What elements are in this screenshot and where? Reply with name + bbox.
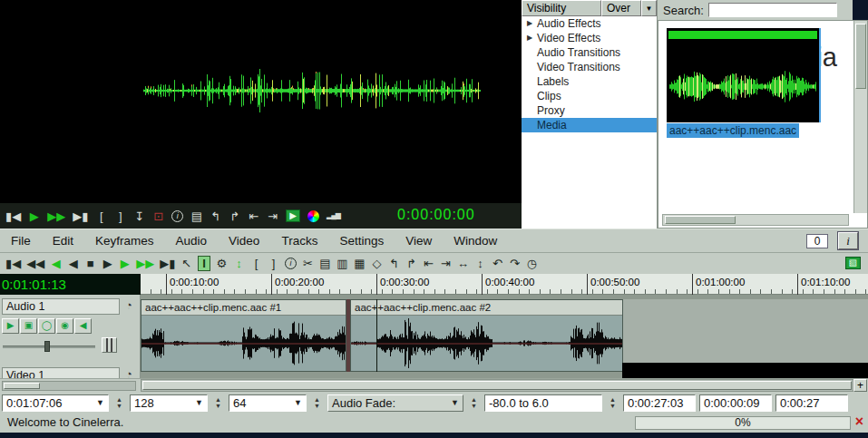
audio-clip-2[interactable]: aac++aac++clip.menc.aac #2 [350, 299, 623, 372]
range-stepper[interactable]: ▲▼ [606, 394, 619, 412]
length-stepper[interactable]: ▲▼ [112, 394, 126, 412]
zoom-y-icon[interactable]: ↕ [474, 258, 486, 269]
to-clip-icon[interactable]: ▶ [286, 209, 300, 222]
menu-file[interactable]: File [0, 234, 42, 248]
dropdown-icon[interactable]: ▼ [288, 398, 302, 407]
cut-icon[interactable]: ✂ [302, 258, 314, 269]
prev-edit-icon[interactable]: ⇤ [248, 210, 259, 222]
scrollbar-thumb[interactable] [142, 381, 852, 390]
media-item-name[interactable]: aac++aac++clip.menc.aac [667, 123, 799, 138]
selection-end-field[interactable]: 0:00:27 [775, 394, 848, 412]
folder-item-audio-transitions[interactable]: Audio Transitions [522, 45, 657, 60]
automation-type-dropdown[interactable]: Audio Fade:▼ [327, 394, 463, 412]
audio-clip-1[interactable]: aac++aac++clip.menc.aac #1 [141, 299, 346, 372]
folder-item-clips[interactable]: Clips [522, 89, 657, 103]
folder-item-media[interactable]: Media [522, 118, 657, 132]
slider-handle[interactable] [44, 341, 50, 352]
selection-start-field[interactable]: 0:00:27:03 [623, 394, 696, 412]
scrollbar-thumb[interactable] [855, 24, 866, 89]
folder-item-proxy[interactable]: Proxy [522, 103, 657, 118]
track-expander-icon[interactable]: ◔ [122, 368, 135, 378]
fast-reverse-icon[interactable]: ◀◀ [26, 258, 44, 269]
color-wheel-icon[interactable] [307, 210, 319, 222]
draw-toggle-button[interactable]: ◉ [56, 318, 73, 334]
stop-icon[interactable]: ■ [84, 258, 96, 269]
expand-arrow-icon[interactable]: ▶ [527, 31, 532, 45]
overlay-count-box[interactable]: 0 [806, 234, 828, 248]
next-label-icon[interactable]: ↱ [405, 258, 417, 269]
expand-track-button[interactable]: + [853, 379, 867, 392]
timeline-scrollbar[interactable] [141, 379, 853, 392]
copy-icon[interactable]: ▤ [190, 210, 202, 222]
amplitude-zoom-stepper[interactable]: ▲▼ [310, 394, 324, 412]
sample-zoom-field[interactable]: 128▼ [130, 394, 208, 412]
info-icon[interactable]: i [285, 258, 297, 269]
keyframe-icon[interactable]: ⚙ [216, 258, 228, 269]
folder-item-video-transitions[interactable]: Video Transitions [522, 60, 657, 74]
rewind-icon[interactable]: ▮◀ [5, 258, 21, 269]
arm-toggle-button[interactable]: ▣ [20, 318, 37, 334]
sort-over-button[interactable]: Over [601, 0, 641, 16]
to-end-icon[interactable]: ▶▮ [73, 210, 88, 222]
timeline-ruler[interactable]: 0:00:10:000:00:20:000:00:30:000:00:40:00… [141, 274, 868, 295]
amplitude-zoom-field[interactable]: 64▼ [229, 394, 307, 412]
expand-arrow-icon[interactable]: ▶ [527, 16, 532, 31]
pan-control[interactable] [102, 337, 117, 353]
span-keyframe-icon[interactable]: ↕ [233, 258, 245, 269]
sample-zoom-stepper[interactable]: ▲▼ [211, 394, 225, 412]
splice-icon[interactable]: ↧ [133, 210, 145, 222]
info-button[interactable]: i [838, 232, 858, 249]
overwrite-icon[interactable]: ⊡ [152, 210, 164, 222]
folder-item-video-effects[interactable]: ▶Video Effects [522, 31, 657, 45]
fit-selection-icon[interactable]: ⇤ [423, 258, 434, 269]
frame-forward-icon[interactable]: ▶ [102, 258, 113, 269]
scrollbar-thumb[interactable] [4, 383, 40, 389]
folder-item-audio-effects[interactable]: ▶Audio Effects [522, 16, 657, 31]
play-toggle-button[interactable]: ▶ [2, 318, 19, 334]
next-label-icon[interactable]: ↱ [229, 210, 240, 222]
track-expander-icon[interactable]: ◔ [122, 299, 135, 312]
play-icon[interactable]: ▶ [28, 210, 40, 222]
label-icon[interactable]: ◇ [371, 258, 383, 269]
menu-window[interactable]: Window [443, 234, 508, 248]
horizontal-scrollbar[interactable] [662, 214, 849, 226]
menu-settings[interactable]: Settings [328, 234, 395, 248]
drag-tool-icon[interactable]: ↖ [180, 258, 192, 269]
sort-dropdown-icon[interactable]: ▼ [641, 0, 657, 16]
fast-forward-icon[interactable]: ▶▶ [136, 258, 154, 269]
redo-icon[interactable]: ↷ [509, 258, 521, 269]
fast-forward-icon[interactable]: ▶▶ [47, 210, 65, 222]
media-item-thumbnail[interactable] [667, 28, 821, 122]
track-title-video1[interactable]: Video 1 [2, 367, 120, 378]
gang-toggle-button[interactable]: ◯ [38, 318, 55, 334]
folder-item-labels[interactable]: Labels [522, 74, 657, 89]
scrollbar-thumb[interactable] [665, 216, 736, 224]
undo-icon[interactable]: ↶ [492, 258, 503, 269]
manual-goto-icon[interactable]: ◷ [526, 258, 538, 269]
clear-icon[interactable]: ▦ [354, 258, 366, 269]
dropdown-icon[interactable]: ▼ [190, 398, 203, 407]
menu-tracks[interactable]: Tracks [270, 234, 328, 248]
track-title-audio1[interactable]: Audio 1 [2, 298, 120, 315]
search-input[interactable] [708, 3, 837, 17]
ibeam-tool-icon[interactable]: I [198, 256, 210, 271]
fade-slider[interactable] [3, 340, 95, 353]
cancel-operation-button[interactable]: × [852, 414, 867, 430]
vertical-scrollbar[interactable] [853, 21, 867, 213]
play-reverse-icon[interactable]: ◀ [50, 258, 62, 269]
frame-reverse-icon[interactable]: ◀ [67, 258, 79, 269]
automation-range-field[interactable]: -80.0 to 6.0 [484, 394, 602, 412]
out-point-icon[interactable]: ] [268, 258, 279, 269]
histogram-icon[interactable]: ▂▄▆ [327, 212, 340, 219]
fit-autos-icon[interactable]: ⇥ [440, 258, 452, 269]
out-point-icon[interactable]: ] [114, 210, 126, 222]
menu-keyframes[interactable]: Keyframes [84, 234, 165, 248]
in-point-icon[interactable]: [ [250, 258, 262, 269]
paste-icon[interactable]: ▥ [336, 258, 348, 269]
automation-stepper[interactable]: ▲▼ [467, 394, 481, 412]
prev-label-icon[interactable]: ↰ [388, 258, 400, 269]
menu-audio[interactable]: Audio [165, 234, 219, 248]
menu-video[interactable]: Video [218, 234, 270, 248]
dropdown-icon[interactable]: ▼ [91, 398, 104, 407]
messages-icon[interactable]: ▧ [845, 257, 861, 269]
